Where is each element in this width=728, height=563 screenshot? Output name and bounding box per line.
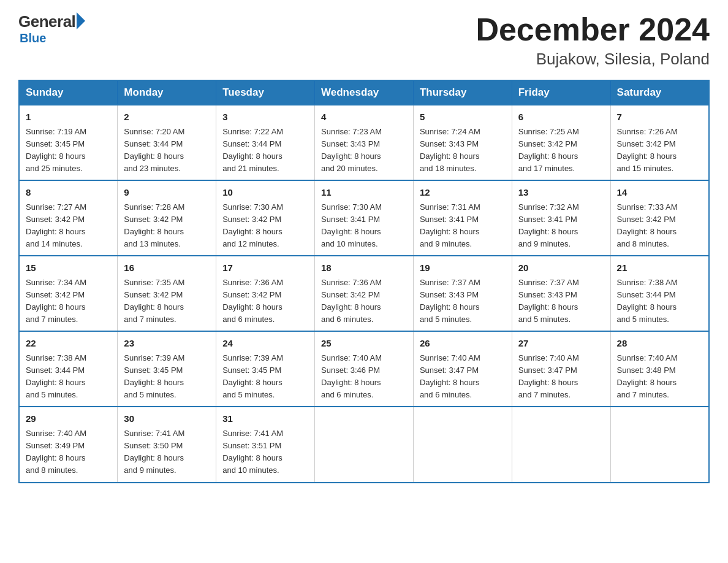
week-row-2: 8 Sunrise: 7:27 AM Sunset: 3:42 PM Dayli… xyxy=(19,180,709,256)
logo: General Blue xyxy=(18,12,85,45)
day-info: Sunrise: 7:23 AM Sunset: 3:43 PM Dayligh… xyxy=(321,126,407,175)
day-info: Sunrise: 7:40 AM Sunset: 3:46 PM Dayligh… xyxy=(321,352,407,402)
day-info: Sunrise: 7:28 AM Sunset: 3:42 PM Dayligh… xyxy=(124,201,210,251)
day-cell-6: 6 Sunrise: 7:25 AM Sunset: 3:42 PM Dayli… xyxy=(512,105,610,180)
week-row-1: 1 Sunrise: 7:19 AM Sunset: 3:45 PM Dayli… xyxy=(19,105,709,180)
day-info: Sunrise: 7:40 AM Sunset: 3:47 PM Dayligh… xyxy=(420,352,506,402)
weekday-header-saturday: Saturday xyxy=(610,80,709,105)
week-row-5: 29 Sunrise: 7:40 AM Sunset: 3:49 PM Dayl… xyxy=(19,407,709,482)
calendar-subtitle: Bujakow, Silesia, Poland xyxy=(476,50,710,69)
day-cell-12: 12 Sunrise: 7:31 AM Sunset: 3:41 PM Dayl… xyxy=(413,180,512,256)
logo-arrow-icon xyxy=(77,12,85,29)
empty-cell xyxy=(413,407,512,482)
day-number: 25 xyxy=(321,337,407,351)
day-info: Sunrise: 7:37 AM Sunset: 3:43 PM Dayligh… xyxy=(518,277,604,326)
day-number: 24 xyxy=(222,337,308,351)
day-number: 26 xyxy=(420,337,506,351)
day-info: Sunrise: 7:36 AM Sunset: 3:42 PM Dayligh… xyxy=(321,277,407,326)
day-cell-13: 13 Sunrise: 7:32 AM Sunset: 3:41 PM Dayl… xyxy=(512,180,610,256)
day-cell-19: 19 Sunrise: 7:37 AM Sunset: 3:43 PM Dayl… xyxy=(413,256,512,331)
day-info: Sunrise: 7:32 AM Sunset: 3:41 PM Dayligh… xyxy=(518,201,604,251)
day-cell-25: 25 Sunrise: 7:40 AM Sunset: 3:46 PM Dayl… xyxy=(315,331,414,407)
day-info: Sunrise: 7:24 AM Sunset: 3:43 PM Dayligh… xyxy=(420,126,506,175)
day-cell-16: 16 Sunrise: 7:35 AM Sunset: 3:42 PM Dayl… xyxy=(118,256,216,331)
day-cell-22: 22 Sunrise: 7:38 AM Sunset: 3:44 PM Dayl… xyxy=(19,331,118,407)
empty-cell xyxy=(610,407,709,482)
day-cell-26: 26 Sunrise: 7:40 AM Sunset: 3:47 PM Dayl… xyxy=(413,331,512,407)
empty-cell xyxy=(315,407,414,482)
day-number: 28 xyxy=(617,337,702,351)
day-number: 20 xyxy=(518,261,604,275)
weekday-header-friday: Friday xyxy=(512,80,610,105)
day-number: 14 xyxy=(617,186,702,200)
day-info: Sunrise: 7:25 AM Sunset: 3:42 PM Dayligh… xyxy=(518,126,604,175)
day-number: 7 xyxy=(617,110,702,124)
day-number: 10 xyxy=(222,186,308,200)
day-number: 6 xyxy=(518,110,604,124)
day-number: 3 xyxy=(222,110,308,124)
day-cell-9: 9 Sunrise: 7:28 AM Sunset: 3:42 PM Dayli… xyxy=(118,180,216,256)
day-cell-21: 21 Sunrise: 7:38 AM Sunset: 3:44 PM Dayl… xyxy=(610,256,709,331)
day-info: Sunrise: 7:38 AM Sunset: 3:44 PM Dayligh… xyxy=(617,277,702,326)
day-info: Sunrise: 7:36 AM Sunset: 3:42 PM Dayligh… xyxy=(222,277,308,326)
day-info: Sunrise: 7:26 AM Sunset: 3:42 PM Dayligh… xyxy=(617,126,702,175)
day-number: 19 xyxy=(420,261,506,275)
calendar-title: December 2024 xyxy=(476,12,710,47)
day-cell-2: 2 Sunrise: 7:20 AM Sunset: 3:44 PM Dayli… xyxy=(118,105,216,180)
logo-general-text: General xyxy=(18,12,75,31)
day-info: Sunrise: 7:27 AM Sunset: 3:42 PM Dayligh… xyxy=(26,201,111,251)
day-cell-23: 23 Sunrise: 7:39 AM Sunset: 3:45 PM Dayl… xyxy=(118,331,216,407)
day-info: Sunrise: 7:38 AM Sunset: 3:44 PM Dayligh… xyxy=(26,352,111,402)
day-cell-28: 28 Sunrise: 7:40 AM Sunset: 3:48 PM Dayl… xyxy=(610,331,709,407)
day-number: 8 xyxy=(26,186,111,200)
week-row-4: 22 Sunrise: 7:38 AM Sunset: 3:44 PM Dayl… xyxy=(19,331,709,407)
calendar-table: SundayMondayTuesdayWednesdayThursdayFrid… xyxy=(18,80,710,483)
title-area: December 2024 Bujakow, Silesia, Poland xyxy=(476,12,710,69)
logo-blue-text: Blue xyxy=(20,31,46,45)
day-cell-7: 7 Sunrise: 7:26 AM Sunset: 3:42 PM Dayli… xyxy=(610,105,709,180)
day-number: 1 xyxy=(26,110,111,124)
day-number: 13 xyxy=(518,186,604,200)
day-info: Sunrise: 7:41 AM Sunset: 3:51 PM Dayligh… xyxy=(222,427,308,477)
day-cell-20: 20 Sunrise: 7:37 AM Sunset: 3:43 PM Dayl… xyxy=(512,256,610,331)
day-number: 22 xyxy=(26,337,111,351)
day-cell-24: 24 Sunrise: 7:39 AM Sunset: 3:45 PM Dayl… xyxy=(216,331,315,407)
day-cell-11: 11 Sunrise: 7:30 AM Sunset: 3:41 PM Dayl… xyxy=(315,180,414,256)
day-cell-4: 4 Sunrise: 7:23 AM Sunset: 3:43 PM Dayli… xyxy=(315,105,414,180)
day-number: 9 xyxy=(124,186,210,200)
day-number: 12 xyxy=(420,186,506,200)
day-info: Sunrise: 7:22 AM Sunset: 3:44 PM Dayligh… xyxy=(222,126,308,175)
weekday-header-thursday: Thursday xyxy=(413,80,512,105)
empty-cell xyxy=(512,407,610,482)
day-info: Sunrise: 7:37 AM Sunset: 3:43 PM Dayligh… xyxy=(420,277,506,326)
day-info: Sunrise: 7:19 AM Sunset: 3:45 PM Dayligh… xyxy=(26,126,111,175)
day-info: Sunrise: 7:40 AM Sunset: 3:48 PM Dayligh… xyxy=(617,352,702,402)
day-number: 15 xyxy=(26,261,111,275)
page-header: General Blue December 2024 Bujakow, Sile… xyxy=(18,12,710,69)
day-number: 18 xyxy=(321,261,407,275)
day-info: Sunrise: 7:30 AM Sunset: 3:41 PM Dayligh… xyxy=(321,201,407,251)
day-number: 27 xyxy=(518,337,604,351)
day-info: Sunrise: 7:31 AM Sunset: 3:41 PM Dayligh… xyxy=(420,201,506,251)
day-info: Sunrise: 7:35 AM Sunset: 3:42 PM Dayligh… xyxy=(124,277,210,326)
day-info: Sunrise: 7:34 AM Sunset: 3:42 PM Dayligh… xyxy=(26,277,111,326)
day-number: 16 xyxy=(124,261,210,275)
day-number: 21 xyxy=(617,261,702,275)
weekday-header-tuesday: Tuesday xyxy=(216,80,315,105)
day-cell-8: 8 Sunrise: 7:27 AM Sunset: 3:42 PM Dayli… xyxy=(19,180,118,256)
day-info: Sunrise: 7:40 AM Sunset: 3:47 PM Dayligh… xyxy=(518,352,604,402)
day-cell-15: 15 Sunrise: 7:34 AM Sunset: 3:42 PM Dayl… xyxy=(19,256,118,331)
weekday-header-row: SundayMondayTuesdayWednesdayThursdayFrid… xyxy=(19,80,709,105)
day-number: 4 xyxy=(321,110,407,124)
day-cell-3: 3 Sunrise: 7:22 AM Sunset: 3:44 PM Dayli… xyxy=(216,105,315,180)
day-cell-17: 17 Sunrise: 7:36 AM Sunset: 3:42 PM Dayl… xyxy=(216,256,315,331)
day-number: 17 xyxy=(222,261,308,275)
day-info: Sunrise: 7:33 AM Sunset: 3:42 PM Dayligh… xyxy=(617,201,702,251)
weekday-header-wednesday: Wednesday xyxy=(315,80,414,105)
day-number: 2 xyxy=(124,110,210,124)
day-info: Sunrise: 7:39 AM Sunset: 3:45 PM Dayligh… xyxy=(124,352,210,402)
day-cell-27: 27 Sunrise: 7:40 AM Sunset: 3:47 PM Dayl… xyxy=(512,331,610,407)
day-cell-31: 31 Sunrise: 7:41 AM Sunset: 3:51 PM Dayl… xyxy=(216,407,315,482)
day-number: 31 xyxy=(222,412,308,426)
day-cell-10: 10 Sunrise: 7:30 AM Sunset: 3:42 PM Dayl… xyxy=(216,180,315,256)
